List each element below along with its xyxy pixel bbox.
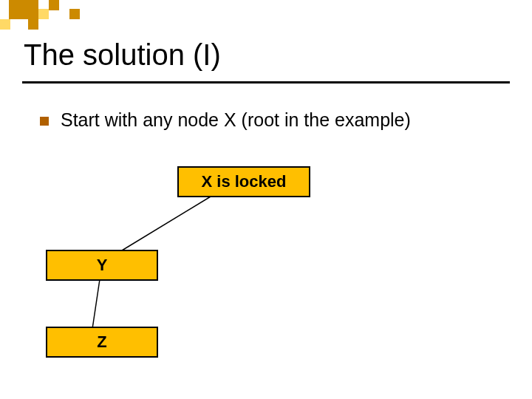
node-x: X is locked: [177, 166, 310, 197]
deco-square: [9, 0, 38, 19]
slide-title: The solution (I): [24, 38, 221, 72]
deco-square: [28, 19, 38, 30]
title-underline: [22, 81, 510, 83]
node-z: Z: [46, 327, 158, 358]
bullet-icon: [40, 117, 49, 126]
svg-line-1: [92, 279, 100, 329]
node-y: Y: [46, 250, 158, 281]
svg-line-0: [118, 194, 214, 253]
bullet-item: Start with any node X (root in the examp…: [40, 109, 411, 131]
deco-square: [49, 0, 59, 10]
deco-square: [38, 9, 49, 19]
deco-square: [69, 9, 80, 19]
bullet-text: Start with any node X (root in the examp…: [61, 109, 411, 131]
deco-square: [0, 19, 10, 30]
slide: The solution (I) Start with any node X (…: [0, 0, 532, 399]
